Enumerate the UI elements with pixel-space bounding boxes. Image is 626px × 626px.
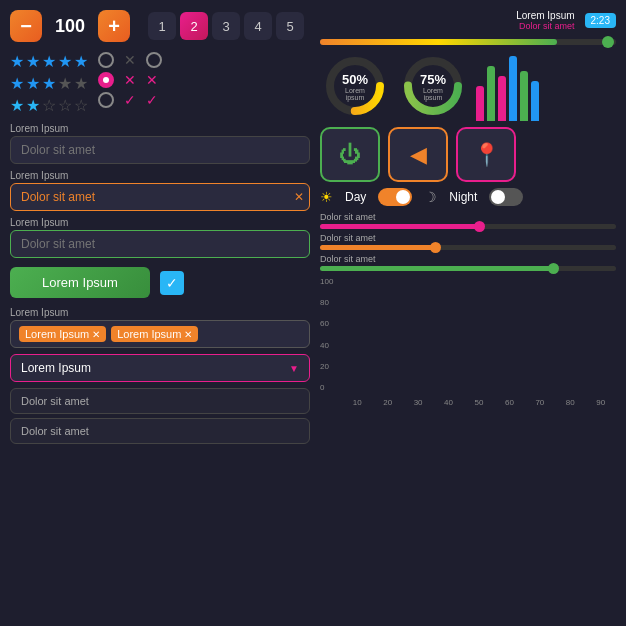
x-label-30: 30 [414, 398, 423, 407]
x-label-20: 20 [383, 398, 392, 407]
night-toggle[interactable] [489, 188, 523, 206]
slider-2-thumb[interactable] [430, 242, 441, 253]
star[interactable]: ☆ [74, 96, 88, 115]
star[interactable]: ★ [58, 52, 72, 71]
progress-bar[interactable] [320, 39, 616, 45]
num-tab-3[interactable]: 3 [212, 12, 240, 40]
num-tab-5[interactable]: 5 [276, 12, 304, 40]
slider-3-fill [320, 266, 557, 271]
volume-icon-button[interactable]: ◀ [388, 127, 448, 182]
sub-items: Dolor sit amet Dolor sit amet [10, 388, 310, 444]
donut-chart-1: 50% Lorem ipsum [320, 51, 390, 121]
slider-1-thumb[interactable] [474, 221, 485, 232]
input-field-2[interactable] [10, 183, 310, 211]
stars-section: ★ ★ ★ ★ ★ ★ ★ ★ ★ ★ ★ ★ ☆ ☆ [10, 52, 88, 115]
x-axis: 10 20 30 40 50 60 70 80 90 [342, 398, 616, 407]
radio-checked[interactable] [98, 72, 114, 88]
y-label-20: 20 [320, 362, 333, 371]
stars-row-1[interactable]: ★ ★ ★ ★ ★ [10, 52, 88, 71]
star[interactable]: ★ [26, 96, 40, 115]
input-group-1: Lorem Ipsum [10, 123, 310, 164]
chevron-down-icon: ▼ [289, 363, 299, 374]
day-toggle[interactable] [378, 188, 412, 206]
green-button[interactable]: Lorem Ipsum [10, 267, 150, 298]
star[interactable]: ★ [58, 74, 72, 93]
slider-2-track[interactable] [320, 245, 616, 250]
slider-1-track[interactable] [320, 224, 616, 229]
x-label-50: 50 [475, 398, 484, 407]
star[interactable]: ★ [10, 52, 24, 71]
star[interactable]: ★ [42, 74, 56, 93]
sub-item-1: Dolor sit amet [10, 388, 310, 414]
btn-check-row: Lorem Ipsum ✓ [10, 267, 310, 298]
tags-group: Lorem Ipsum Lorem Ipsum ✕ Lorem Ipsum ✕ [10, 307, 310, 348]
bar-chart-section: 100 80 60 40 20 0 [320, 277, 616, 616]
num-tab-2[interactable]: 2 [180, 12, 208, 40]
x-label-70: 70 [535, 398, 544, 407]
star[interactable]: ☆ [58, 96, 72, 115]
check-mark-pink-2: ✓ [146, 92, 162, 108]
x-label-10: 10 [353, 398, 362, 407]
input-label-1: Lorem Ipsum [10, 123, 310, 134]
radio-unchecked-2[interactable] [98, 92, 114, 108]
slider-3-track[interactable] [320, 266, 616, 271]
vertical-bars [476, 51, 539, 121]
slider-2-fill [320, 245, 438, 250]
x-mark-gray: ✕ [124, 52, 136, 68]
donut-1-label: Lorem ipsum [338, 87, 373, 101]
slider-2-label: Dolor sit amet [320, 233, 616, 243]
day-night-row: ☀ Day ☽ Night [320, 188, 616, 206]
num-tab-1[interactable]: 1 [148, 12, 176, 40]
charts-row: 50% Lorem ipsum 75% [320, 51, 616, 121]
checkbox-checked[interactable]: ✓ [160, 271, 184, 295]
x-label-60: 60 [505, 398, 514, 407]
star[interactable]: ★ [74, 52, 88, 71]
y-label-100: 100 [320, 277, 333, 286]
star[interactable]: ★ [26, 52, 40, 71]
slider-3-thumb[interactable] [548, 263, 559, 274]
input-group-3: Lorem Ipsum [10, 217, 310, 258]
header-text: Lorem Ipsum Dolor sit amet [516, 10, 574, 31]
stars-row-3[interactable]: ★ ★ ☆ ☆ ☆ [10, 96, 88, 115]
slider-1-fill [320, 224, 483, 229]
y-label-60: 60 [320, 319, 333, 328]
x-label-80: 80 [566, 398, 575, 407]
number-tabs: 1 2 3 4 5 [148, 12, 304, 40]
tag-1-remove[interactable]: ✕ [92, 329, 100, 340]
donut-2-percent: 75% [416, 72, 451, 87]
star[interactable]: ☆ [42, 96, 56, 115]
stars-row-2[interactable]: ★ ★ ★ ★ ★ [10, 74, 88, 93]
vbar-6 [531, 81, 539, 121]
location-icon-button[interactable]: 📍 [456, 127, 516, 182]
circle-col: ✕ ✓ [146, 52, 162, 108]
vbar-1 [476, 86, 484, 121]
tag-2[interactable]: Lorem Ipsum ✕ [111, 326, 198, 342]
input-field-3[interactable] [10, 230, 310, 258]
star[interactable]: ★ [10, 74, 24, 93]
x-mark-pink-2: ✕ [146, 72, 162, 88]
radio-unchecked[interactable] [98, 52, 114, 68]
progress-thumb [602, 36, 614, 48]
plus-button[interactable]: + [98, 10, 130, 42]
slider-1: Dolor sit amet [320, 212, 616, 229]
tag-1-text: Lorem Ipsum [25, 328, 89, 340]
dropdown[interactable]: Lorem Ipsum ▼ [10, 354, 310, 382]
y-label-80: 80 [320, 298, 333, 307]
day-label: Day [345, 190, 366, 204]
circle-empty[interactable] [146, 52, 162, 68]
tag-2-remove[interactable]: ✕ [184, 329, 192, 340]
clear-icon[interactable]: ✕ [294, 190, 304, 204]
power-icon-button[interactable]: ⏻ [320, 127, 380, 182]
dropdown-group: Lorem Ipsum ▼ [10, 354, 310, 382]
tag-1[interactable]: Lorem Ipsum ✕ [19, 326, 106, 342]
star[interactable]: ★ [42, 52, 56, 71]
input-field-1[interactable] [10, 136, 310, 164]
minus-button[interactable]: − [10, 10, 42, 42]
header-row: Lorem Ipsum Dolor sit amet 2:23 [320, 10, 616, 31]
star[interactable]: ★ [10, 96, 24, 115]
num-tab-4[interactable]: 4 [244, 12, 272, 40]
input-group-2: Lorem Ipsum ✕ [10, 170, 310, 211]
star[interactable]: ★ [26, 74, 40, 93]
tags-input[interactable]: Lorem Ipsum ✕ Lorem Ipsum ✕ [10, 320, 310, 348]
star[interactable]: ★ [74, 74, 88, 93]
